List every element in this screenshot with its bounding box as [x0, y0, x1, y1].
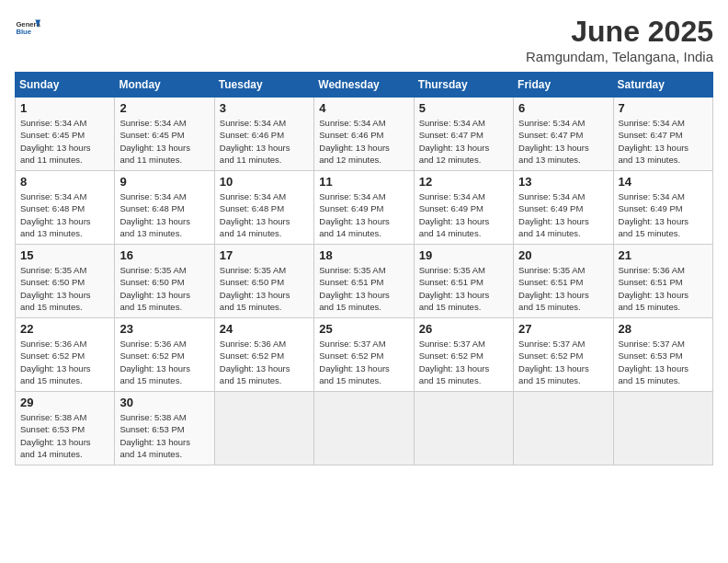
calendar-title: June 2025 [526, 15, 713, 49]
day-info: Sunrise: 5:36 AM Sunset: 6:52 PM Dayligh… [119, 338, 209, 386]
table-row: 20Sunrise: 5:35 AM Sunset: 6:51 PM Dayli… [514, 245, 613, 318]
day-info: Sunrise: 5:34 AM Sunset: 6:46 PM Dayligh… [319, 117, 408, 166]
calendar-row-4: 29Sunrise: 5:38 AM Sunset: 6:53 PM Dayli… [16, 392, 713, 465]
day-info: Sunrise: 5:36 AM Sunset: 6:52 PM Dayligh… [220, 338, 309, 386]
day-info: Sunrise: 5:38 AM Sunset: 6:53 PM Dayligh… [20, 411, 109, 460]
day-number: 18 [319, 248, 408, 262]
table-row [414, 392, 513, 465]
table-row [613, 392, 712, 465]
day-info: Sunrise: 5:36 AM Sunset: 6:52 PM Dayligh… [20, 338, 109, 386]
day-number: 13 [518, 175, 608, 189]
table-row: 21Sunrise: 5:36 AM Sunset: 6:51 PM Dayli… [613, 245, 712, 318]
table-row: 25Sunrise: 5:37 AM Sunset: 6:52 PM Dayli… [314, 318, 414, 392]
col-tuesday: Tuesday [214, 73, 313, 98]
day-info: Sunrise: 5:34 AM Sunset: 6:45 PM Dayligh… [20, 117, 109, 166]
calendar-header-row: Sunday Monday Tuesday Wednesday Thursday… [16, 73, 713, 98]
day-info: Sunrise: 5:37 AM Sunset: 6:52 PM Dayligh… [419, 338, 508, 386]
svg-text:Blue: Blue [16, 28, 31, 36]
day-number: 11 [319, 175, 408, 189]
day-number: 2 [119, 101, 209, 115]
day-info: Sunrise: 5:36 AM Sunset: 6:51 PM Dayligh… [619, 264, 708, 313]
day-info: Sunrise: 5:35 AM Sunset: 6:50 PM Dayligh… [20, 264, 109, 313]
table-row: 2Sunrise: 5:34 AM Sunset: 6:45 PM Daylig… [115, 98, 214, 171]
day-number: 30 [119, 396, 209, 409]
page-header: General Blue June 2025 Ramgundam, Telang… [15, 15, 713, 64]
table-row: 3Sunrise: 5:34 AM Sunset: 6:46 PM Daylig… [214, 98, 313, 171]
table-row: 5Sunrise: 5:34 AM Sunset: 6:47 PM Daylig… [414, 98, 513, 171]
table-row [214, 392, 313, 465]
col-sunday: Sunday [16, 73, 115, 98]
table-row: 15Sunrise: 5:35 AM Sunset: 6:50 PM Dayli… [16, 245, 115, 318]
table-row: 23Sunrise: 5:36 AM Sunset: 6:52 PM Dayli… [115, 318, 214, 392]
title-area: June 2025 Ramgundam, Telangana, India [526, 15, 713, 64]
day-number: 23 [119, 322, 209, 336]
day-info: Sunrise: 5:34 AM Sunset: 6:47 PM Dayligh… [419, 117, 508, 166]
day-number: 6 [518, 101, 608, 115]
col-friday: Friday [514, 73, 613, 98]
day-number: 27 [518, 322, 608, 336]
calendar-row-1: 8Sunrise: 5:34 AM Sunset: 6:48 PM Daylig… [16, 171, 713, 245]
table-row: 30Sunrise: 5:38 AM Sunset: 6:53 PM Dayli… [115, 392, 214, 465]
day-info: Sunrise: 5:37 AM Sunset: 6:52 PM Dayligh… [518, 338, 608, 386]
day-info: Sunrise: 5:34 AM Sunset: 6:46 PM Dayligh… [220, 117, 309, 166]
day-info: Sunrise: 5:35 AM Sunset: 6:51 PM Dayligh… [419, 264, 508, 313]
day-number: 12 [419, 175, 508, 189]
table-row: 26Sunrise: 5:37 AM Sunset: 6:52 PM Dayli… [414, 318, 513, 392]
table-row: 16Sunrise: 5:35 AM Sunset: 6:50 PM Dayli… [115, 245, 214, 318]
day-info: Sunrise: 5:34 AM Sunset: 6:49 PM Dayligh… [619, 190, 708, 239]
table-row: 4Sunrise: 5:34 AM Sunset: 6:46 PM Daylig… [314, 98, 414, 171]
logo: General Blue [15, 15, 40, 40]
table-row: 7Sunrise: 5:34 AM Sunset: 6:47 PM Daylig… [613, 98, 712, 171]
day-info: Sunrise: 5:35 AM Sunset: 6:50 PM Dayligh… [119, 264, 209, 313]
table-row: 14Sunrise: 5:34 AM Sunset: 6:49 PM Dayli… [613, 171, 712, 245]
table-row: 11Sunrise: 5:34 AM Sunset: 6:49 PM Dayli… [314, 171, 414, 245]
day-number: 14 [619, 175, 708, 189]
day-number: 24 [220, 322, 309, 336]
day-info: Sunrise: 5:34 AM Sunset: 6:48 PM Dayligh… [220, 190, 309, 239]
day-number: 10 [220, 175, 309, 189]
day-info: Sunrise: 5:37 AM Sunset: 6:53 PM Dayligh… [619, 338, 708, 386]
day-number: 19 [419, 248, 508, 262]
day-number: 20 [518, 248, 608, 262]
day-info: Sunrise: 5:34 AM Sunset: 6:48 PM Dayligh… [119, 190, 209, 239]
day-info: Sunrise: 5:38 AM Sunset: 6:53 PM Dayligh… [119, 411, 209, 460]
table-row: 1Sunrise: 5:34 AM Sunset: 6:45 PM Daylig… [16, 98, 115, 171]
day-info: Sunrise: 5:34 AM Sunset: 6:49 PM Dayligh… [518, 190, 608, 239]
day-info: Sunrise: 5:34 AM Sunset: 6:49 PM Dayligh… [419, 190, 508, 239]
day-number: 15 [20, 248, 109, 262]
table-row: 12Sunrise: 5:34 AM Sunset: 6:49 PM Dayli… [414, 171, 513, 245]
day-number: 25 [319, 322, 408, 336]
day-info: Sunrise: 5:35 AM Sunset: 6:51 PM Dayligh… [518, 264, 608, 313]
day-info: Sunrise: 5:34 AM Sunset: 6:48 PM Dayligh… [20, 190, 109, 239]
day-info: Sunrise: 5:34 AM Sunset: 6:49 PM Dayligh… [319, 190, 408, 239]
day-number: 8 [20, 175, 109, 189]
calendar-row-2: 15Sunrise: 5:35 AM Sunset: 6:50 PM Dayli… [16, 245, 713, 318]
table-row: 8Sunrise: 5:34 AM Sunset: 6:48 PM Daylig… [16, 171, 115, 245]
table-row [314, 392, 414, 465]
table-row: 24Sunrise: 5:36 AM Sunset: 6:52 PM Dayli… [214, 318, 313, 392]
table-row: 19Sunrise: 5:35 AM Sunset: 6:51 PM Dayli… [414, 245, 513, 318]
calendar-subtitle: Ramgundam, Telangana, India [526, 49, 713, 64]
day-number: 1 [20, 101, 109, 115]
logo-icon: General Blue [15, 15, 40, 40]
day-number: 5 [419, 101, 508, 115]
day-info: Sunrise: 5:35 AM Sunset: 6:50 PM Dayligh… [220, 264, 309, 313]
day-number: 28 [619, 322, 708, 336]
day-number: 16 [119, 248, 209, 262]
day-number: 3 [220, 101, 309, 115]
day-number: 26 [419, 322, 508, 336]
table-row: 6Sunrise: 5:34 AM Sunset: 6:47 PM Daylig… [514, 98, 613, 171]
table-row [514, 392, 613, 465]
table-row: 27Sunrise: 5:37 AM Sunset: 6:52 PM Dayli… [514, 318, 613, 392]
table-row: 28Sunrise: 5:37 AM Sunset: 6:53 PM Dayli… [613, 318, 712, 392]
day-number: 22 [20, 322, 109, 336]
day-number: 9 [119, 175, 209, 189]
calendar-row-3: 22Sunrise: 5:36 AM Sunset: 6:52 PM Dayli… [16, 318, 713, 392]
day-number: 29 [20, 396, 109, 409]
table-row: 13Sunrise: 5:34 AM Sunset: 6:49 PM Dayli… [514, 171, 613, 245]
day-info: Sunrise: 5:34 AM Sunset: 6:45 PM Dayligh… [119, 117, 209, 166]
day-info: Sunrise: 5:34 AM Sunset: 6:47 PM Dayligh… [619, 117, 708, 166]
col-wednesday: Wednesday [314, 73, 414, 98]
table-row: 29Sunrise: 5:38 AM Sunset: 6:53 PM Dayli… [16, 392, 115, 465]
table-row: 18Sunrise: 5:35 AM Sunset: 6:51 PM Dayli… [314, 245, 414, 318]
